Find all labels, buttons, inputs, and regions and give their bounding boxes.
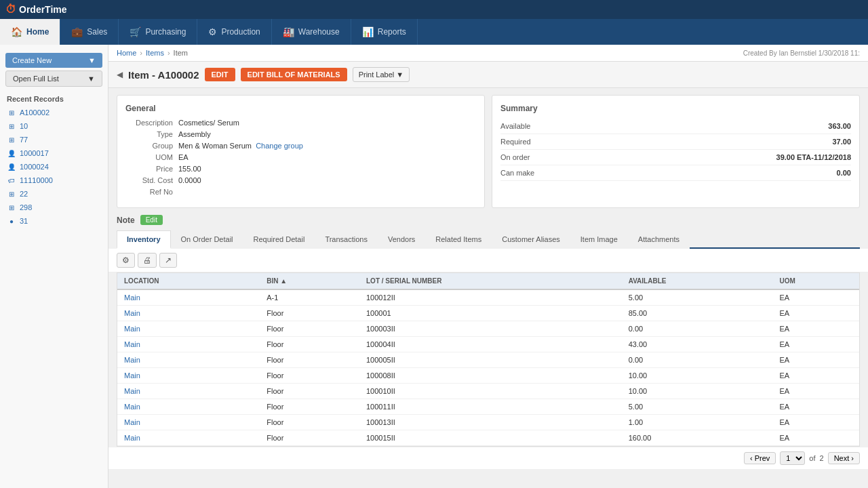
- breadcrumb-left: Home › Items › Item: [117, 49, 188, 57]
- nav-purchasing-label: Purchasing: [145, 27, 186, 37]
- print-tool-button[interactable]: 🖨: [138, 253, 157, 268]
- cell-available: 85.00: [622, 306, 773, 321]
- table-row: Main Floor 100010II 10.00 EA: [117, 384, 859, 399]
- cell-bin: Floor: [260, 321, 359, 337]
- tab-transactions[interactable]: Transactions: [315, 230, 378, 249]
- breadcrumb-sep-1: ›: [140, 49, 142, 57]
- cell-location[interactable]: Main: [117, 415, 260, 430]
- breadcrumb-items[interactable]: Items: [146, 49, 164, 57]
- main-content: Home › Items › Item Created By Ian Berns…: [108, 45, 868, 488]
- cell-location[interactable]: Main: [117, 399, 260, 415]
- cell-bin: A-1: [260, 289, 359, 306]
- change-group-link[interactable]: Change group: [256, 142, 303, 150]
- cell-uom: EA: [772, 430, 859, 446]
- tab-related-items[interactable]: Related Items: [425, 230, 492, 249]
- on-order-label: On order: [500, 153, 530, 161]
- cell-available: 43.00: [622, 337, 773, 352]
- recent-item-77[interactable]: ⊞ 77: [0, 133, 108, 146]
- recent-item-10[interactable]: ⊞ 10: [0, 119, 108, 133]
- uom-label: UOM: [125, 153, 173, 161]
- cell-location[interactable]: Main: [117, 368, 260, 384]
- item-title: Item - A100002: [128, 69, 199, 81]
- cell-location[interactable]: Main: [117, 321, 260, 337]
- table-row: Main A-1 100012II 5.00 EA: [117, 289, 859, 306]
- nav-purchasing[interactable]: 🛒 Purchasing: [119, 19, 197, 45]
- tag-icon: 🏷: [7, 176, 16, 185]
- general-panel: General Description Cosmetics/ Serum Typ…: [117, 95, 485, 208]
- cell-uom: EA: [772, 368, 859, 384]
- type-value: Assembly: [178, 130, 211, 138]
- cell-location[interactable]: Main: [117, 289, 260, 306]
- summary-required: Required 37.00: [500, 134, 851, 150]
- col-bin[interactable]: BIN ▲: [260, 273, 359, 289]
- collapse-button[interactable]: ◀: [117, 70, 123, 79]
- cell-available: 5.00: [622, 289, 773, 306]
- next-page-button[interactable]: Next ›: [828, 452, 860, 464]
- person-icon-2: 👤: [7, 162, 16, 171]
- available-value: 363.00: [828, 122, 851, 130]
- cell-lot: 100010II: [359, 384, 622, 399]
- cell-location[interactable]: Main: [117, 306, 260, 321]
- grid-icon-5: ⊞: [7, 203, 16, 212]
- recent-item-298[interactable]: ⊞ 298: [0, 201, 108, 214]
- info-panels: General Description Cosmetics/ Serum Typ…: [108, 88, 868, 215]
- recent-item-1000024[interactable]: 👤 1000024: [0, 160, 108, 174]
- recent-item-31[interactable]: ● 31: [0, 214, 108, 228]
- tab-inventory[interactable]: Inventory: [117, 230, 171, 249]
- table-row: Main Floor 100001 85.00 EA: [117, 306, 859, 321]
- cell-bin: Floor: [260, 415, 359, 430]
- cell-lot: 100012II: [359, 289, 622, 306]
- cell-lot: 100004II: [359, 337, 622, 352]
- cell-location[interactable]: Main: [117, 337, 260, 352]
- cell-available: 0.00: [622, 321, 773, 337]
- summary-can-make: Can make 0.00: [500, 165, 851, 181]
- edit-button[interactable]: EDIT: [205, 68, 235, 81]
- nav-sales[interactable]: 💼 Sales: [60, 19, 119, 45]
- group-label: Group: [125, 142, 173, 150]
- home-icon: 🏠: [11, 26, 22, 37]
- nav-production[interactable]: ⚙ Production: [197, 19, 271, 45]
- recent-item-1000017[interactable]: 👤 1000017: [0, 146, 108, 160]
- cell-uom: EA: [772, 306, 859, 321]
- tab-vendors[interactable]: Vendors: [378, 230, 425, 249]
- group-value: Men & Woman Serum Change group: [178, 142, 303, 150]
- person-icon-1: 👤: [7, 148, 16, 158]
- recent-item-22[interactable]: ⊞ 22: [0, 187, 108, 201]
- tab-customer-aliases[interactable]: Customer Aliases: [492, 230, 570, 249]
- cell-location[interactable]: Main: [117, 352, 260, 368]
- edit-bom-button[interactable]: EDIT BILL OF MATERIALS: [241, 68, 347, 81]
- nav-warehouse[interactable]: 🏭 Warehouse: [272, 19, 351, 45]
- type-label: Type: [125, 130, 173, 138]
- nav-home[interactable]: 🏠 Home: [0, 19, 60, 45]
- summary-on-order: On order 39.00 ETA-11/12/2018: [500, 150, 851, 165]
- description-value: Cosmetics/ Serum: [178, 119, 239, 127]
- cell-bin: Floor: [260, 352, 359, 368]
- cell-uom: EA: [772, 289, 859, 306]
- settings-tool-button[interactable]: ⚙: [117, 253, 135, 268]
- open-full-list-button[interactable]: Open Full List ▼: [5, 70, 102, 87]
- cell-location[interactable]: Main: [117, 384, 260, 399]
- recent-item-A100002[interactable]: ⊞ A100002: [0, 106, 108, 119]
- tab-attachments[interactable]: Attachments: [628, 230, 690, 249]
- page-select[interactable]: 1 2: [780, 451, 805, 465]
- grid-icon-1: ⊞: [7, 108, 16, 117]
- main-nav: 🏠 Home 💼 Sales 🛒 Purchasing ⚙ Production…: [0, 19, 868, 45]
- tab-on-order-detail[interactable]: On Order Detail: [171, 230, 243, 249]
- create-new-button[interactable]: Create New ▼: [5, 53, 102, 68]
- tab-required-detail[interactable]: Required Detail: [243, 230, 315, 249]
- table-body: Main A-1 100012II 5.00 EA Main Floor 100…: [117, 289, 859, 446]
- price-value: 155.00: [178, 165, 201, 173]
- cell-bin: Floor: [260, 384, 359, 399]
- export-tool-button[interactable]: ↗: [159, 253, 177, 268]
- recent-item-11110000[interactable]: 🏷 11110000: [0, 174, 108, 187]
- note-edit-button[interactable]: Edit: [140, 215, 163, 225]
- inventory-table-container: LOCATION BIN ▲ LOT / SERIAL NUMBER AVAIL…: [117, 272, 860, 447]
- field-price: Price 155.00: [125, 165, 476, 173]
- nav-reports[interactable]: 📊 Reports: [351, 19, 418, 45]
- print-label-button[interactable]: Print Label ▼: [353, 67, 410, 82]
- prev-page-button[interactable]: ‹ Prev: [744, 452, 776, 464]
- recent-item-label-7: 22: [20, 190, 28, 198]
- tab-item-image[interactable]: Item Image: [570, 230, 628, 249]
- breadcrumb-home[interactable]: Home: [117, 49, 136, 57]
- cell-location[interactable]: Main: [117, 430, 260, 446]
